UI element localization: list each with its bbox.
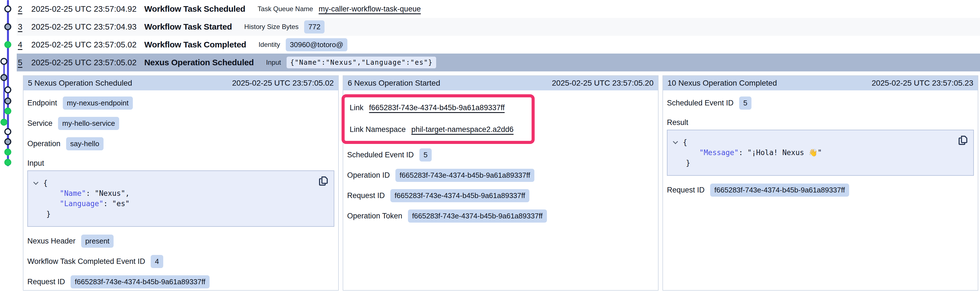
json-value: "es" [112,199,130,208]
event-row-2[interactable]: 2 2025-02-25 UTC 23:57:04.92 Workflow Ta… [17,0,980,18]
timeline-dot [5,159,11,166]
field-label: Request ID [27,278,65,286]
field-value-chip: my-hello-service [58,117,119,130]
field-workflow-task-completed-event-id: Workflow Task Completed Event ID 4 [27,255,334,268]
timeline-dot [5,6,11,13]
panel-nexus-operation-scheduled: 5 Nexus Operation Scheduled 2025-02-25 U… [23,75,339,291]
field-label: Operation Token [347,212,402,220]
json-open-line: { [673,137,954,148]
panel-body: Link f665283f-743e-4374-b45b-9a61a89337f… [343,91,658,290]
panel-body: Endpoint my-nexus-endpoint Service my-he… [24,91,338,294]
field-value-chip: 5 [739,97,751,110]
field-label: Operation ID [347,171,390,180]
panel-header: 10 Nexus Operation Completed 2025-02-25 … [663,76,978,91]
event-detail-label: Input [266,59,281,67]
event-timestamp: 2025-02-25 UTC 23:57:05.02 [31,40,144,49]
field-value-chip: 5 [419,148,432,162]
panel-nexus-operation-completed: 10 Nexus Operation Completed 2025-02-25 … [662,75,978,291]
copy-icon[interactable] [956,134,969,146]
task-queue-link[interactable]: my-caller-workflow-task-queue [319,5,421,13]
event-id-link[interactable]: 2 [18,5,31,14]
json-key: "Message" [699,148,739,157]
field-endpoint: Endpoint my-nexus-endpoint [27,97,334,110]
event-title: Workflow Task Scheduled [144,4,245,14]
event-id-link[interactable]: 4 [18,40,31,49]
panel-header: 6 Nexus Operation Started 2025-02-25 UTC… [343,76,658,91]
field-nexus-header: Nexus Header present [27,235,334,248]
event-detail-label: Task Queue Name [258,5,313,13]
field-value-chip: 4 [151,255,163,268]
timeline-dot [5,108,11,114]
json-colon: : [739,148,743,157]
field-value-chip: f665283f-743e-4374-b45b-9a61a89337ff [395,169,535,182]
event-row-4[interactable]: 4 2025-02-25 UTC 23:57:05.02 Workflow Ta… [17,36,980,54]
event-title: Workflow Task Started [144,22,232,32]
panel-nexus-operation-started: 6 Nexus Operation Started 2025-02-25 UTC… [343,75,659,291]
event-history-page: 2 2025-02-25 UTC 23:57:04.92 Workflow Ta… [0,0,980,294]
field-value-chip: f665283f-743e-4374-b45b-9a61a89337ff [408,210,547,222]
field-request-id: Request ID f665283f-743e-4374-b45b-9a61a… [347,189,654,202]
event-id-link[interactable]: 5 [18,58,31,67]
collapse-chevron-icon[interactable] [673,139,678,144]
link-namespace-link[interactable]: phil-target-namespace2.a2dd6 [411,125,514,134]
event-detail-panels: 5 Nexus Operation Scheduled 2025-02-25 U… [23,75,978,291]
timeline-dot [5,128,11,135]
event-title: Workflow Task Completed [144,40,246,49]
field-operation: Operation say-hello [27,137,334,150]
field-value-chip: my-nexus-endpoint [63,97,133,110]
field-link-namespace: Link Namespace phil-target-namespace2.a2… [350,124,525,135]
field-label: Nexus Header [27,237,76,245]
nexus-link[interactable]: f665283f-743e-4374-b45b-9a61a89337ff [369,103,505,112]
json-value: "¡Hola! Nexus 👋" [747,148,822,157]
event-title: Nexus Operation Scheduled [144,58,254,67]
event-timeline-rail [0,0,17,195]
json-key: "Language" [60,199,103,208]
field-service: Service my-hello-service [27,117,334,130]
copy-icon[interactable] [317,175,329,187]
json-colon: : [103,199,108,208]
json-open-brace: { [43,178,48,188]
event-row-5-selected[interactable]: 5 2025-02-25 UTC 23:57:05.02 Nexus Opera… [17,54,980,72]
json-entry: "Name": "Nexus", [33,188,314,199]
event-input-value-chip: {"Name":"Nexus","Language":"es"} [286,57,436,68]
timeline-dot [5,86,11,94]
json-close-brace: } [33,209,314,219]
json-open-brace: { [683,137,687,148]
event-timestamp: 2025-02-25 UTC 23:57:04.92 [31,5,144,14]
field-scheduled-event-id: Scheduled Event ID 5 [667,97,974,110]
field-label: Workflow Task Completed Event ID [27,257,145,266]
event-timestamp: 2025-02-25 UTC 23:57:05.02 [31,58,144,67]
panel-timestamp: 2025-02-25 UTC 23:57:05.20 [552,79,654,87]
field-label: Link [350,103,364,112]
timeline-dot [0,58,8,65]
panel-title: 10 Nexus Operation Completed [667,79,777,87]
collapse-chevron-icon[interactable] [33,180,38,185]
field-value-chip: say-hello [66,137,103,150]
panel-title: 5 Nexus Operation Scheduled [28,79,132,87]
json-comma: , [125,189,130,197]
field-value-chip: f665283f-743e-4374-b45b-9a61a89337ff [390,189,529,202]
panel-timestamp: 2025-02-25 UTC 23:57:05.23 [872,79,973,87]
input-section-label: Input [27,157,334,169]
timeline-dot [5,24,11,30]
field-label: Request ID [667,186,705,194]
panel-body: Scheduled Event ID 5 Result { [663,91,978,290]
json-entry: "Message": "¡Hola! Nexus 👋" [673,148,954,158]
timeline-dot [0,74,8,81]
panel-timestamp: 2025-02-25 UTC 23:57:05.02 [232,79,334,87]
event-row-3[interactable]: 3 2025-02-25 UTC 23:57:04.93 Workflow Ta… [17,18,980,36]
field-label: Operation [27,140,60,148]
event-detail-label: Identity [258,41,280,49]
timeline-dot [5,149,11,156]
timeline-dot [5,98,11,105]
event-id-link[interactable]: 3 [18,22,31,32]
field-value-chip: f665283f-743e-4374-b45b-9a61a89337ff [710,184,849,197]
input-json-viewer: { "Name": "Nexus", "Language": "es" } [27,170,334,227]
event-rows: 2 2025-02-25 UTC 23:57:04.92 Workflow Ta… [17,0,980,72]
field-scheduled-event-id: Scheduled Event ID 5 [347,148,654,162]
field-label: Service [27,119,52,128]
event-detail-label: History Size Bytes [244,23,299,31]
field-operation-id: Operation ID f665283f-743e-4374-b45b-9a6… [347,169,654,182]
field-label: Scheduled Event ID [347,151,414,159]
field-label: Link Namespace [350,125,406,134]
